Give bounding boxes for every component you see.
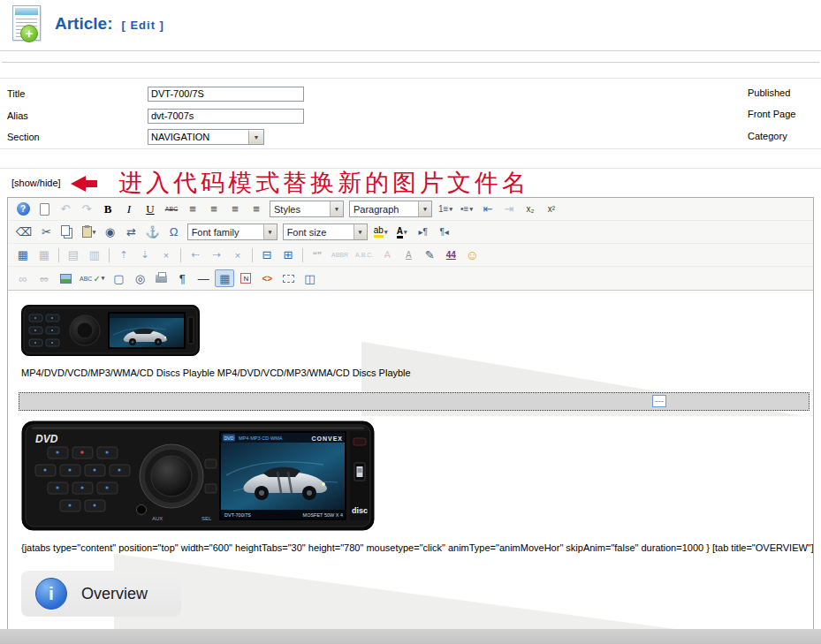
alias-input[interactable] [148,109,304,124]
jatabs-code-text: {jatabs type="content" position="top" wi… [21,542,813,553]
readmore-icon[interactable] [278,269,298,287]
align-center-icon[interactable]: ≡ [204,201,224,218]
article-form: Title Alias Section NAVIGATION ▼ Publish… [0,78,821,149]
outdent-icon[interactable]: ⇤ [478,201,498,218]
insert-col-after-icon[interactable]: ⇢ [207,246,226,264]
paste-icon[interactable]: ▾ [79,224,98,241]
show-hide-toggle[interactable]: [show/hide] [11,178,61,188]
remove-format-icon[interactable]: ⌫ [13,224,34,241]
add-badge-icon: + [20,25,38,42]
annotation-note: 进入代码模式替换新的图片文件名 [118,169,529,197]
stereo-image-small[interactable] [21,305,200,356]
device-sel-label: SEL [201,516,212,521]
superscript-icon[interactable]: x² [542,201,561,218]
bullet-list-icon[interactable]: •≡▾ [457,201,476,218]
emotions-icon[interactable]: ☺ [462,246,482,264]
content-divider [19,392,810,411]
editor-content-area[interactable]: MP4/DVD/VCD/MP3/WMA/CD Discs Playble MP4… [8,292,813,629]
font-family-select[interactable]: Font family▾ [187,224,277,240]
section-select[interactable]: NAVIGATION ▼ [148,129,264,145]
rtl-icon[interactable]: ¶◂ [435,224,454,241]
section-label: Section [7,132,140,142]
merge-cells-icon[interactable]: ⊞ [278,246,298,264]
highlight-color-icon[interactable]: ab▾ [371,224,391,241]
chevron-down-icon[interactable]: ▼ [248,130,263,144]
info-icon: i [35,578,67,610]
title-input[interactable] [148,87,304,102]
guidelines-icon[interactable]: ▦ [215,269,234,287]
deletion-icon: A [377,246,397,264]
code-icon[interactable]: <> [257,269,277,287]
align-justify-icon[interactable]: ≡ [247,201,266,218]
screen-formats-text: MP4·MP3·CD·WMA [239,436,283,441]
article-icon: + [12,5,44,42]
align-left-icon[interactable]: ≡ [183,201,202,218]
undo-icon: ↶ [56,201,75,218]
visual-chars-icon[interactable]: ¶ [172,269,192,287]
font-color-icon[interactable]: A▾ [392,224,412,241]
anchor-icon[interactable]: ⚓ [142,224,162,241]
delete-col-icon[interactable]: × [228,246,247,264]
alias-label: Alias [7,110,140,121]
fullscreen-icon[interactable]: ▢ [109,269,128,287]
bottom-strip [0,629,821,644]
new-document-icon[interactable] [34,201,54,218]
overview-tab: i Overview [21,571,181,617]
attributes-icon[interactable]: ✎ [420,246,439,264]
underline-icon[interactable]: U [141,201,160,218]
subscript-icon[interactable]: x₂ [521,201,540,218]
print-icon[interactable] [151,269,171,287]
editor-header-row: [show/hide] 进入代码模式替换新的图片文件名 [0,168,821,197]
nonbreaking-icon[interactable]: N [236,269,255,287]
toolbar-separator [58,248,59,262]
header-divider [0,50,821,51]
toolbar-separator [252,248,253,262]
screen-power-text: MOSFET 50W X 4 [303,512,343,518]
bold-icon[interactable]: B [98,201,118,218]
styles-select[interactable]: Styles▾ [270,201,344,217]
help-icon[interactable]: ? [13,201,33,218]
italic-icon[interactable]: I [119,201,139,218]
device-aux-label: AUX [152,516,163,521]
stereo-image-large[interactable]: DVD [21,420,375,531]
strikethrough-icon[interactable]: ABC [162,201,181,218]
link-icon: ∞ [13,269,33,287]
delete-table-icon: ▦ [34,246,54,264]
find-replace-icon[interactable]: ⇄ [121,224,141,241]
pagebreak-marker[interactable] [652,395,666,407]
page-title-edit: [ Edit ] [121,19,163,32]
page-title: Article: [ Edit ] [55,14,164,34]
toolbar-separator [302,248,303,262]
background-watermark [114,553,680,629]
cut-icon[interactable]: ✂ [36,224,56,241]
split-cells-icon[interactable]: ⊟ [257,246,277,264]
font-size-select[interactable]: Font size▾ [283,224,368,240]
published-label: Published [748,87,790,98]
unlink-icon: ∞ [34,269,54,287]
ordered-list-icon[interactable]: 1≡▾ [436,201,455,218]
preview-icon[interactable]: ◎ [130,269,149,287]
overview-label: Overview [81,585,148,603]
red-arrow-icon [71,176,97,192]
align-right-icon[interactable]: ≡ [225,201,245,218]
paragraph-select[interactable]: Paragraph▾ [349,201,432,217]
horizontal-rule-icon[interactable]: — [194,269,213,287]
insert-image-icon[interactable] [56,269,75,287]
insert-row-before-icon[interactable]: ⇡ [114,246,133,264]
special-char-icon[interactable]: Ω [164,224,184,241]
insert-row-after-icon[interactable]: ⇣ [135,246,155,264]
toolbar-separator [109,248,110,262]
visual-aid-icon[interactable]: 44 [441,246,460,264]
insert-table-icon[interactable]: ▦ [13,246,33,264]
layout-columns-icon[interactable]: ◫ [300,269,319,287]
wysiwyg-editor: ?↶↷BIUABC≡≡≡≡Styles▾Paragraph▾1≡▾•≡▾⇤⇥x₂… [7,197,814,629]
find-icon[interactable]: ◉ [100,224,119,241]
screen-brand-text: CONVEX [311,436,343,442]
insert-col-before-icon[interactable]: ⇠ [186,246,205,264]
copy-icon[interactable] [57,224,77,241]
ltr-icon[interactable]: ▸¶ [414,224,433,241]
spellcheck-icon[interactable]: ABC▾ [77,269,107,287]
delete-row-icon[interactable]: × [156,246,176,264]
toolbar-divider [2,62,819,63]
device-disc-logo: disc [352,506,368,515]
